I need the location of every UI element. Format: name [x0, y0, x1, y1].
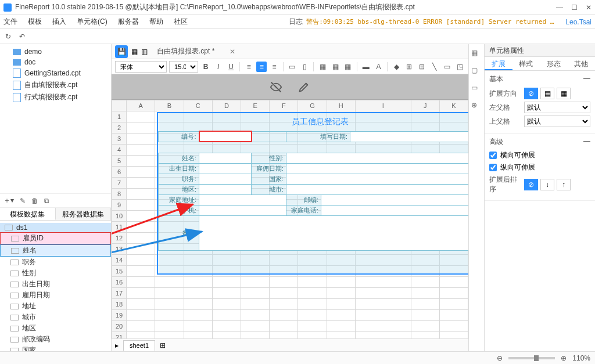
- refresh-icon[interactable]: ↻: [3, 32, 13, 41]
- close-tab-icon[interactable]: ✕: [230, 48, 235, 56]
- title-bar: FineReport 10.0 stable 2019-08-15 @默认[本地…: [0, 0, 595, 15]
- tab-server-ds[interactable]: 服务器数据集: [56, 208, 112, 220]
- leftparent-select[interactable]: 默认: [524, 102, 590, 113]
- sheet-menu-icon[interactable]: ▸: [115, 341, 119, 349]
- ds-field[interactable]: 邮政编码: [0, 334, 111, 345]
- maximize-button[interactable]: ☐: [571, 3, 578, 12]
- align-center-icon[interactable]: ≡: [256, 62, 267, 72]
- link-icon[interactable]: ⊕: [471, 101, 482, 111]
- ds-field[interactable]: 城市: [0, 312, 111, 323]
- zoom-in-icon[interactable]: ⊕: [561, 354, 567, 362]
- border-icon[interactable]: ▦: [317, 62, 328, 72]
- dir-vert[interactable]: ▦: [557, 88, 571, 99]
- ds-field[interactable]: 姓名: [0, 244, 111, 257]
- dataset-tabs: 模板数据集 服务器数据集: [0, 208, 111, 221]
- grid-mode-icon[interactable]: ▦: [471, 49, 482, 59]
- tab-template-ds[interactable]: 模板数据集: [0, 208, 56, 220]
- ds-field[interactable]: 职务: [0, 257, 111, 268]
- box-icon[interactable]: ▢: [471, 66, 482, 77]
- doc-tab[interactable]: 自由填报报表.cpt *✕: [151, 45, 241, 58]
- font-family-select[interactable]: 宋体: [115, 61, 167, 73]
- ds-field[interactable]: 地址: [0, 301, 111, 312]
- file-item[interactable]: 行式填报报表.cpt: [0, 91, 111, 103]
- menu-file[interactable]: 文件: [3, 17, 17, 27]
- font-size-select[interactable]: 15.0: [169, 61, 198, 73]
- back-icon[interactable]: ↶: [17, 32, 27, 41]
- vstretch-checkbox[interactable]: [489, 164, 497, 171]
- section-advanced[interactable]: 高级—: [489, 137, 590, 147]
- section-basic[interactable]: 基本—: [489, 74, 590, 84]
- sort-asc[interactable]: ↓: [540, 179, 554, 190]
- color-icon[interactable]: A: [374, 62, 384, 72]
- misc5-icon[interactable]: ▭: [442, 62, 453, 72]
- menu-server[interactable]: 服务器: [118, 17, 139, 27]
- image-icon[interactable]: ▭: [471, 84, 482, 94]
- ds-field[interactable]: 国家: [0, 345, 111, 351]
- delete-icon[interactable]: 🗑: [31, 197, 38, 205]
- label-upparent: 上父格: [489, 117, 521, 127]
- merge-icon[interactable]: ▭: [287, 62, 298, 72]
- dir-horiz[interactable]: ▤: [540, 88, 554, 99]
- tab-expand[interactable]: 扩展: [485, 57, 512, 70]
- menu-insert[interactable]: 插入: [52, 17, 66, 27]
- sheet-tab[interactable]: sheet1: [123, 340, 155, 351]
- tab-style[interactable]: 样式: [512, 57, 540, 70]
- zoom-level[interactable]: 110%: [572, 354, 590, 362]
- log-message[interactable]: 警告:09:03:25 bbs-dlg-thread-0 ERROR [stan…: [306, 17, 556, 26]
- misc2-icon[interactable]: ⊞: [404, 62, 414, 72]
- menu-community[interactable]: 社区: [174, 17, 188, 27]
- ds-field[interactable]: 性别: [0, 268, 111, 279]
- align-right-icon[interactable]: ≡: [269, 62, 279, 72]
- misc4-icon[interactable]: ╲: [429, 62, 440, 72]
- save-button[interactable]: 💾: [115, 45, 128, 58]
- minimize-button[interactable]: —: [556, 3, 563, 12]
- tab-form[interactable]: 形态: [540, 57, 568, 70]
- edit-icon[interactable]: [298, 81, 310, 93]
- editor-area: 💾 ▦ ▥ 自由填报报表.cpt *✕ 宋体 15.0 B I U ≡ ≡ ≡ …: [112, 44, 468, 351]
- tab-other[interactable]: 其他: [568, 57, 596, 70]
- underline-icon[interactable]: U: [226, 62, 236, 72]
- add-icon[interactable]: ＋▾: [3, 196, 14, 206]
- close-button[interactable]: ✕: [586, 3, 592, 12]
- hstretch-checkbox[interactable]: [489, 152, 497, 159]
- menu-help[interactable]: 帮助: [149, 17, 163, 27]
- misc1-icon[interactable]: ◆: [391, 62, 402, 72]
- ds-field[interactable]: 雇用日期: [0, 290, 111, 301]
- main-toolbar: ↻ ↶: [0, 29, 595, 44]
- bold-icon[interactable]: B: [200, 62, 211, 72]
- menu-template[interactable]: 模板: [28, 17, 42, 27]
- border2-icon[interactable]: ▦: [330, 62, 340, 72]
- folder-item[interactable]: demo: [0, 46, 111, 57]
- layout2-icon[interactable]: ▥: [141, 48, 148, 56]
- misc6-icon[interactable]: ◳: [454, 62, 465, 72]
- preview-off-icon[interactable]: [270, 81, 282, 93]
- fill-icon[interactable]: ▬: [361, 62, 371, 72]
- layout-icon[interactable]: ▦: [131, 48, 138, 56]
- menu-cell[interactable]: 单元格(C): [77, 17, 107, 27]
- ds-field[interactable]: 雇员ID: [0, 232, 111, 244]
- zoom-slider[interactable]: [508, 357, 555, 359]
- log-label: 日志: [289, 17, 303, 27]
- ds-field[interactable]: 出生日期: [0, 279, 111, 290]
- file-item[interactable]: 自由填报报表.cpt: [0, 79, 111, 91]
- format-toolbar: 宋体 15.0 B I U ≡ ≡ ≡ ▭ ▯ ▦ ▦ ▦ ▬ A ◆ ⊞ ⊟ …: [112, 59, 468, 74]
- ds-field[interactable]: 地区: [0, 323, 111, 334]
- misc3-icon[interactable]: ⊟: [417, 62, 427, 72]
- spreadsheet-grid[interactable]: ABCDEFGHIJK12345678910111213141516171819…: [112, 100, 468, 338]
- dir-none[interactable]: ⊘: [524, 88, 538, 99]
- add-sheet-icon[interactable]: ⊞: [160, 341, 166, 349]
- user-name[interactable]: Leo.Tsai: [565, 18, 592, 26]
- unmerge-icon[interactable]: ▯: [300, 62, 310, 72]
- zoom-out-icon[interactable]: ⊖: [497, 354, 503, 362]
- file-item[interactable]: GettingStarted.cpt: [0, 67, 111, 79]
- sort-desc[interactable]: ↑: [557, 179, 571, 190]
- align-left-icon[interactable]: ≡: [243, 62, 254, 72]
- folder-item[interactable]: doc: [0, 57, 111, 67]
- sort-none[interactable]: ⊘: [524, 179, 538, 190]
- border3-icon[interactable]: ▦: [343, 62, 353, 72]
- copy-icon[interactable]: ⧉: [44, 197, 49, 205]
- upparent-select[interactable]: 默认: [524, 116, 590, 127]
- italic-icon[interactable]: I: [213, 62, 224, 72]
- edit-icon[interactable]: ✎: [20, 197, 26, 205]
- ds-root[interactable]: ds1: [0, 223, 111, 232]
